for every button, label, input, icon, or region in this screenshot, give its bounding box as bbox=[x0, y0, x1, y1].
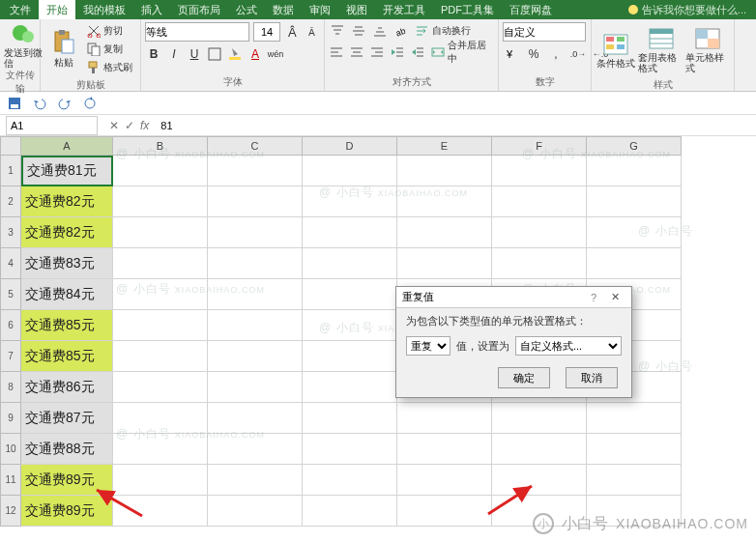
cell-F3[interactable] bbox=[492, 217, 587, 248]
inc-decimal-button[interactable]: .0→ bbox=[569, 45, 587, 63]
cell-D8[interactable] bbox=[303, 372, 397, 403]
border-button[interactable] bbox=[206, 45, 223, 63]
cell-D11[interactable] bbox=[303, 465, 397, 496]
cell-D2[interactable] bbox=[303, 186, 397, 217]
cell-D6[interactable] bbox=[303, 310, 397, 341]
cell-B1[interactable] bbox=[113, 156, 208, 186]
cell-E10[interactable] bbox=[397, 434, 492, 465]
row-header[interactable]: 8 bbox=[0, 372, 21, 403]
tab-pdf[interactable]: PDF工具集 bbox=[433, 0, 502, 19]
fx-icon[interactable]: fx bbox=[140, 119, 149, 132]
duplicate-type-select[interactable]: 重复 bbox=[406, 336, 451, 356]
cell-C12[interactable] bbox=[208, 496, 303, 527]
cell-F2[interactable] bbox=[492, 186, 587, 217]
row-header[interactable]: 6 bbox=[0, 310, 21, 341]
fill-color-button[interactable] bbox=[226, 45, 244, 63]
cell-B5[interactable] bbox=[113, 279, 208, 310]
cell-G4[interactable] bbox=[587, 248, 682, 279]
format-preset-select[interactable]: 自定义格式... bbox=[515, 336, 622, 356]
save-icon[interactable] bbox=[8, 97, 21, 110]
column-header-F[interactable]: F bbox=[492, 136, 587, 156]
cell-C6[interactable] bbox=[208, 310, 303, 341]
undo-icon[interactable] bbox=[33, 97, 46, 110]
column-header-B[interactable]: B bbox=[113, 136, 208, 156]
cell-D4[interactable] bbox=[303, 248, 397, 279]
row-header[interactable]: 3 bbox=[0, 217, 21, 248]
tab-baidu[interactable]: 百度网盘 bbox=[502, 0, 560, 19]
tab-file[interactable]: 文件 bbox=[2, 0, 39, 19]
copy-button[interactable]: 复制 bbox=[85, 41, 134, 58]
select-all-corner[interactable] bbox=[0, 136, 21, 156]
cell-E4[interactable] bbox=[397, 248, 492, 279]
cell-B7[interactable] bbox=[113, 341, 208, 372]
cell-G1[interactable] bbox=[587, 156, 682, 186]
cell-A10[interactable]: 交通费88元 bbox=[21, 434, 113, 465]
cell-B3[interactable] bbox=[113, 217, 208, 248]
cell-B11[interactable] bbox=[113, 465, 208, 496]
indent-inc-button[interactable] bbox=[409, 43, 425, 61]
row-header[interactable]: 2 bbox=[0, 186, 21, 217]
row-header[interactable]: 9 bbox=[0, 403, 21, 434]
underline-button[interactable]: U bbox=[186, 45, 203, 63]
currency-button[interactable]: ¥ bbox=[503, 45, 520, 63]
cell-D10[interactable] bbox=[303, 434, 397, 465]
align-right-button[interactable] bbox=[369, 43, 386, 61]
wrap-text-button[interactable]: 自动换行 bbox=[414, 22, 473, 40]
comma-button[interactable]: , bbox=[547, 45, 565, 63]
cell-B10[interactable] bbox=[113, 434, 208, 465]
column-header-C[interactable]: C bbox=[208, 136, 303, 156]
cell-E1[interactable] bbox=[397, 156, 492, 186]
tab-view[interactable]: 视图 bbox=[338, 0, 375, 19]
cell-D1[interactable] bbox=[303, 156, 397, 186]
cell-A3[interactable]: 交通费82元 bbox=[21, 217, 113, 248]
row-header[interactable]: 12 bbox=[0, 496, 21, 527]
cancel-icon[interactable]: ✕ bbox=[109, 119, 119, 132]
column-header-A[interactable]: A bbox=[21, 136, 113, 156]
tab-templates[interactable]: 我的模板 bbox=[75, 0, 133, 19]
align-top-button[interactable] bbox=[329, 22, 346, 40]
dialog-titlebar[interactable]: 重复值 ? ✕ bbox=[396, 287, 631, 308]
column-header-D[interactable]: D bbox=[303, 136, 397, 156]
align-bottom-button[interactable] bbox=[371, 22, 389, 40]
cell-D3[interactable] bbox=[303, 217, 397, 248]
row-header[interactable]: 1 bbox=[0, 156, 21, 186]
cell-F11[interactable] bbox=[492, 465, 587, 496]
cell-G9[interactable] bbox=[587, 403, 682, 434]
cell-F1[interactable] bbox=[492, 156, 587, 186]
cancel-button[interactable]: 取消 bbox=[566, 367, 618, 388]
tab-formulas[interactable]: 公式 bbox=[228, 0, 265, 19]
help-icon[interactable]: ? bbox=[591, 292, 604, 303]
ok-button[interactable]: 确定 bbox=[498, 367, 550, 388]
align-left-button[interactable] bbox=[329, 43, 345, 61]
cell-C1[interactable] bbox=[208, 156, 303, 186]
tab-insert[interactable]: 插入 bbox=[133, 0, 170, 19]
tab-dev[interactable]: 开发工具 bbox=[375, 0, 433, 19]
paste-button[interactable]: 粘贴 bbox=[44, 22, 83, 78]
cell-B6[interactable] bbox=[113, 310, 208, 341]
tab-data[interactable]: 数据 bbox=[265, 0, 302, 19]
cell-A1[interactable]: 交通费81元 bbox=[21, 156, 113, 186]
cell-B4[interactable] bbox=[113, 248, 208, 279]
column-header-G[interactable]: G bbox=[587, 136, 682, 156]
cell-A2[interactable]: 交通费82元 bbox=[21, 186, 113, 217]
align-middle-button[interactable] bbox=[350, 22, 367, 40]
cell-E3[interactable] bbox=[397, 217, 492, 248]
formula-bar[interactable]: 81 bbox=[155, 120, 756, 131]
cell-C9[interactable] bbox=[208, 403, 303, 434]
tab-home[interactable]: 开始 bbox=[39, 0, 75, 19]
indent-dec-button[interactable] bbox=[390, 43, 406, 61]
cell-A5[interactable]: 交通费84元 bbox=[21, 279, 113, 310]
name-box[interactable]: A1 bbox=[6, 116, 98, 135]
cell-D5[interactable] bbox=[303, 279, 397, 310]
brush-button[interactable]: 格式刷 bbox=[85, 59, 134, 76]
row-header[interactable]: 10 bbox=[0, 434, 21, 465]
cell-E12[interactable] bbox=[397, 496, 492, 527]
cell-B9[interactable] bbox=[113, 403, 208, 434]
number-format-select[interactable] bbox=[503, 22, 586, 42]
cell-E2[interactable] bbox=[397, 186, 492, 217]
cell-A7[interactable]: 交通费85元 bbox=[21, 341, 113, 372]
font-name-select[interactable] bbox=[145, 22, 249, 42]
cell-D9[interactable] bbox=[303, 403, 397, 434]
row-header[interactable]: 4 bbox=[0, 248, 21, 279]
cell-A9[interactable]: 交通费87元 bbox=[21, 403, 113, 434]
